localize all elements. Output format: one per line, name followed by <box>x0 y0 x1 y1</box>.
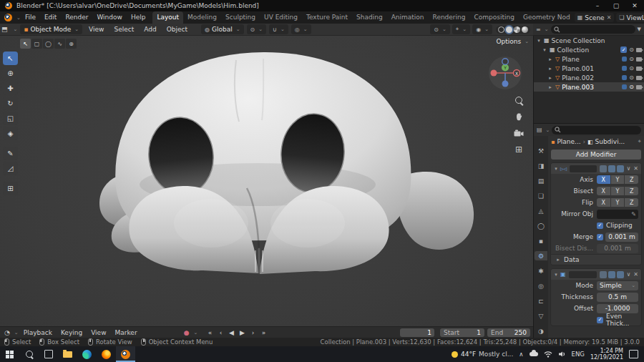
filter-icon[interactable]: ▼ <box>638 26 641 32</box>
eyedropper-icon[interactable]: ✎ <box>631 211 636 217</box>
scene-selector[interactable]: ▦ Scene ✕ <box>575 13 615 22</box>
3d-model-canvas[interactable] <box>0 36 533 326</box>
props-tab-object[interactable]: ▪ <box>535 236 547 245</box>
onedrive-icon[interactable] <box>530 352 538 356</box>
frame-start-field[interactable]: Start 1 <box>440 328 484 337</box>
tab-uv-editing[interactable]: UV Editing <box>260 11 302 24</box>
next-keyframe-button[interactable]: › <box>248 328 258 337</box>
viewlayer-selector[interactable]: ❏ ViewLayer ✕ <box>616 13 644 22</box>
minimize-button[interactable]: – <box>588 0 607 11</box>
mirror-modifier-header[interactable]: ▾ ▷◁ ∨ ✕ <box>551 163 641 174</box>
extras-dropdown-icon[interactable]: ∨ <box>625 271 631 278</box>
merge-value-field[interactable]: 0.001 m <box>605 233 638 242</box>
tab-texture-paint[interactable]: Texture Paint <box>302 11 352 24</box>
select-box-tool[interactable]: ↖ <box>3 52 18 65</box>
modifier-icon[interactable] <box>622 66 627 71</box>
props-tab-view-layer[interactable]: ❏ <box>535 191 547 200</box>
tab-geometry-nodes[interactable]: Geometry Nod <box>519 11 575 24</box>
transform-orientation-dropdown[interactable]: ◍ Global ⌄ <box>201 24 244 34</box>
select-mode-tweak-button[interactable]: ↖ <box>20 39 31 49</box>
menu-object[interactable]: Object <box>163 26 191 33</box>
jump-to-start-button[interactable]: « <box>205 328 215 337</box>
menu-marker[interactable]: Marker <box>112 329 141 336</box>
pivot-point-dropdown[interactable]: ⊙ ⌄ <box>247 24 267 34</box>
camera-view-button[interactable] <box>512 127 525 139</box>
outliner-search-input[interactable] <box>551 25 635 34</box>
menu-edit[interactable]: Edit <box>40 11 61 24</box>
eye-icon[interactable]: ⊙ <box>629 56 634 62</box>
outliner-item-label[interactable]: Plane.002 <box>562 74 594 82</box>
pan-button[interactable] <box>512 111 525 122</box>
modifier-icon[interactable] <box>622 75 627 80</box>
menu-playback[interactable]: Playback <box>20 329 56 336</box>
menu-file[interactable]: File <box>21 11 40 24</box>
outliner-row-scene-collection[interactable]: ▾ ▦ Scene Collection <box>534 36 644 45</box>
current-frame-field[interactable]: 1 <box>400 328 434 337</box>
zoom-button[interactable] <box>512 94 525 106</box>
navigation-gizmo[interactable]: X Y <box>488 56 522 90</box>
data-subpanel-header[interactable]: ▸ Data <box>551 254 641 265</box>
material-shading-button[interactable] <box>514 26 520 33</box>
bisect-y-button[interactable]: Y <box>611 187 625 195</box>
move-tool[interactable]: ✚ <box>3 82 18 95</box>
display-render-toggle[interactable] <box>617 271 624 278</box>
camera-icon[interactable] <box>636 67 642 71</box>
menu-window[interactable]: Window <box>92 11 127 24</box>
menu-help[interactable]: Help <box>127 11 150 24</box>
select-mode-lasso-button[interactable]: ∿ <box>54 39 65 49</box>
expand-icon[interactable]: ▾ <box>553 166 559 172</box>
display-editmode-toggle[interactable] <box>600 271 607 278</box>
props-tab-particles[interactable]: ✱ <box>535 266 547 275</box>
solidify-modifier-header[interactable]: ▾ ▣ ∨ ✕ <box>551 269 641 280</box>
tab-modeling[interactable]: Modeling <box>183 11 221 24</box>
axis-z-button[interactable]: Z <box>625 175 638 184</box>
start-button[interactable] <box>0 346 19 362</box>
props-tab-world[interactable]: ◯ <box>535 221 547 230</box>
bisect-z-button[interactable]: Z <box>625 187 638 195</box>
select-mode-extend-button[interactable]: ⊕ <box>66 39 77 49</box>
display-realtime-toggle[interactable] <box>608 165 615 172</box>
menu-view[interactable]: View <box>87 329 109 336</box>
clock-widget[interactable]: 1:24 PM 12/19/2021 <box>590 348 623 361</box>
tab-animation[interactable]: Animation <box>387 11 429 24</box>
axis-x-button[interactable]: X <box>597 175 610 184</box>
pin-icon[interactable]: ⌖ <box>638 138 641 145</box>
wireframe-shading-button[interactable] <box>498 26 504 33</box>
extras-dropdown-icon[interactable]: ∨ <box>625 165 631 172</box>
mirror-object-field[interactable]: ✎ <box>597 210 638 219</box>
rotate-tool[interactable]: ↻ <box>3 97 18 110</box>
blender-taskbar-button[interactable] <box>116 346 135 362</box>
volume-icon[interactable] <box>558 351 566 358</box>
outliner-editor-icon[interactable]: ≡ <box>536 26 541 33</box>
prev-keyframe-button[interactable]: ‹ <box>215 328 225 337</box>
menu-select[interactable]: Select <box>110 26 137 33</box>
tab-layout[interactable]: Layout <box>152 11 183 24</box>
overlays-dropdown[interactable]: ◉ ⌄ <box>472 24 492 34</box>
breadcrumb-object[interactable]: Plane... <box>557 138 580 145</box>
editor-type-icon[interactable]: ⬒ <box>0 26 9 33</box>
options-dropdown[interactable]: Options ⌄ <box>496 38 529 45</box>
rendered-shading-button[interactable] <box>522 26 528 33</box>
modifier-name-field[interactable] <box>570 165 597 172</box>
display-realtime-toggle[interactable] <box>608 271 615 278</box>
frame-end-field[interactable]: End 250 <box>487 328 530 337</box>
weather-widget[interactable]: 44°F Mostly cl... <box>452 351 513 358</box>
task-view-button[interactable] <box>39 346 58 362</box>
annotate-tool[interactable]: ✎ <box>3 147 18 160</box>
maximize-button[interactable]: ▢ <box>607 0 625 11</box>
merge-checkbox[interactable]: ✓ <box>597 234 603 240</box>
character-model[interactable] <box>99 52 474 274</box>
outliner-item-label[interactable]: Collection <box>557 47 590 54</box>
modifier-name-field[interactable] <box>569 271 597 278</box>
properties-search-input[interactable] <box>552 126 641 134</box>
edge-button[interactable] <box>77 346 97 362</box>
modifier-icon[interactable] <box>622 84 627 89</box>
props-tab-object-data[interactable]: ▽ <box>535 311 547 321</box>
outliner-item-label[interactable]: Plane.003 <box>562 84 594 91</box>
menu-view[interactable]: View <box>85 26 107 33</box>
blender-menu-icon[interactable] <box>4 14 12 21</box>
breadcrumb-modifier[interactable]: Subdivi... <box>595 138 625 145</box>
bisect-x-button[interactable]: X <box>597 187 610 195</box>
tab-sculpting[interactable]: Sculpting <box>221 11 260 24</box>
props-tab-modifiers[interactable]: ⚙ <box>535 251 547 260</box>
